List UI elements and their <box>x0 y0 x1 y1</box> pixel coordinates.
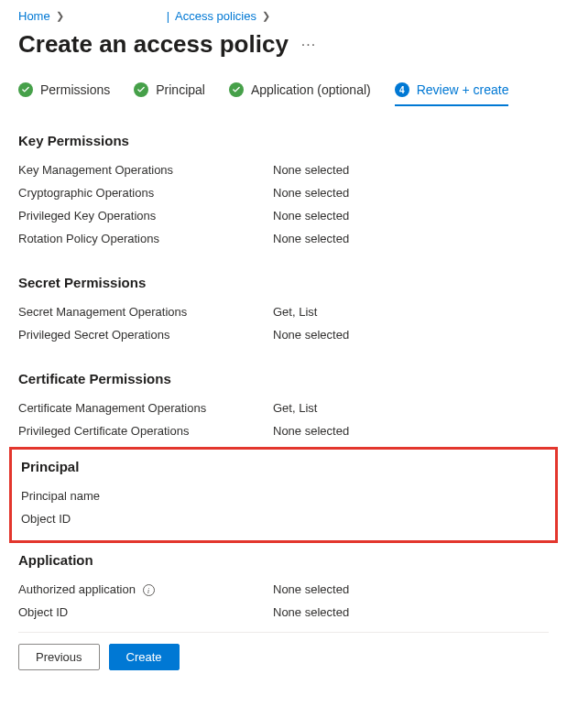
kv-row: Key Management Operations None selected <box>18 163 549 177</box>
kv-label: Certificate Management Operations <box>18 401 273 415</box>
breadcrumb-home[interactable]: Home <box>18 9 50 23</box>
kv-value: None selected <box>273 186 349 200</box>
page-title-row: Create an access policy ··· <box>18 30 549 59</box>
tab-review-create[interactable]: 4 Review + create <box>395 82 509 106</box>
section-header-secret-permissions: Secret Permissions <box>18 275 549 290</box>
kv-row: Object ID None selected <box>18 605 549 619</box>
more-actions-button[interactable]: ··· <box>301 37 316 53</box>
kv-label: Object ID <box>21 512 276 526</box>
kv-label: Privileged Key Operations <box>18 209 273 223</box>
kv-value: None selected <box>273 232 349 245</box>
kv-value: None selected <box>273 582 349 596</box>
info-icon[interactable]: i <box>143 584 155 596</box>
tab-application[interactable]: Application (optional) <box>229 82 371 106</box>
section-header-key-permissions: Key Permissions <box>18 133 549 148</box>
chevron-right-icon: ❯ <box>262 10 270 22</box>
kv-label: Object ID <box>18 605 273 619</box>
section-header-application: Application <box>18 552 549 568</box>
kv-row: Rotation Policy Operations None selected <box>18 232 549 245</box>
kv-row: Principal name <box>21 489 546 503</box>
kv-row: Object ID <box>21 512 546 526</box>
chevron-right-icon: ❯ <box>56 10 64 22</box>
kv-value: None selected <box>273 328 349 342</box>
kv-row: Privileged Secret Operations None select… <box>18 328 549 342</box>
page-title: Create an access policy <box>18 30 289 59</box>
tab-label: Principal <box>156 82 205 97</box>
tab-principal[interactable]: Principal <box>134 82 205 106</box>
check-icon <box>229 82 244 97</box>
tab-label: Application (optional) <box>251 82 371 97</box>
check-icon <box>18 82 33 97</box>
kv-label: Privileged Certificate Operations <box>18 424 273 438</box>
step-number-icon: 4 <box>395 82 409 97</box>
kv-row: Certificate Management Operations Get, L… <box>18 401 549 415</box>
kv-row: Cryptographic Operations None selected <box>18 186 549 200</box>
kv-row: Privileged Key Operations None selected <box>18 209 549 223</box>
kv-row: Authorized application i None selected <box>18 582 549 596</box>
kv-row: Secret Management Operations Get, List <box>18 305 549 319</box>
footer: Previous Create <box>18 632 549 670</box>
highlight-principal-box: Principal Principal name Object ID <box>9 447 558 543</box>
previous-button[interactable]: Previous <box>18 644 100 670</box>
tab-label: Permissions <box>40 82 110 97</box>
breadcrumb-divider: | <box>167 9 169 23</box>
breadcrumb: Home ❯ | Access policies ❯ <box>18 9 549 23</box>
kv-label: Secret Management Operations <box>18 305 273 319</box>
create-button[interactable]: Create <box>109 644 180 670</box>
kv-label: Key Management Operations <box>18 163 273 177</box>
kv-label: Rotation Policy Operations <box>18 232 273 245</box>
kv-value: Get, List <box>273 401 317 415</box>
kv-label: Authorized application i <box>18 582 273 596</box>
kv-value: None selected <box>273 605 349 619</box>
breadcrumb-access-policies[interactable]: Access policies <box>175 9 256 23</box>
check-icon <box>134 82 148 97</box>
section-header-principal: Principal <box>21 459 546 474</box>
kv-value: Get, List <box>273 305 317 319</box>
kv-value: None selected <box>273 209 349 223</box>
tab-permissions[interactable]: Permissions <box>18 82 110 106</box>
kv-value: None selected <box>273 424 349 438</box>
kv-label: Cryptographic Operations <box>18 186 273 200</box>
kv-label: Privileged Secret Operations <box>18 328 273 342</box>
kv-row: Privileged Certificate Operations None s… <box>18 424 549 438</box>
kv-value: None selected <box>273 163 349 177</box>
tab-bar: Permissions Principal Application (optio… <box>18 82 549 107</box>
tab-label: Review + create <box>417 82 509 97</box>
section-header-certificate-permissions: Certificate Permissions <box>18 371 549 386</box>
kv-label: Principal name <box>21 489 276 503</box>
